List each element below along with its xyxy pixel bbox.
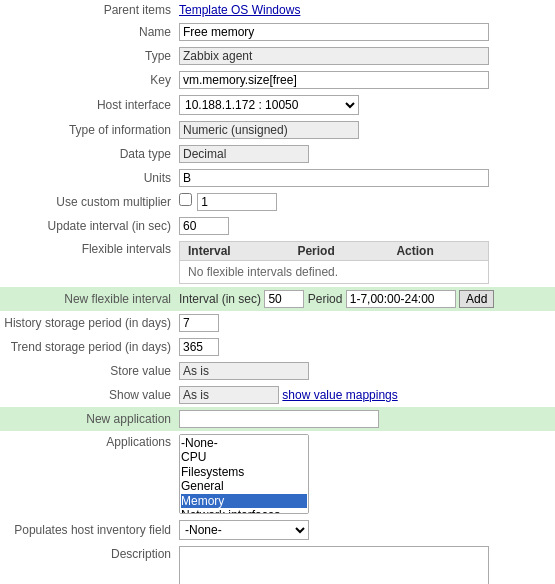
show-value-value: As is <box>179 386 279 404</box>
data-type-value: Decimal <box>179 145 309 163</box>
show-value-mappings-link[interactable]: show value mappings <box>282 388 397 402</box>
applications-label: Applications <box>0 431 175 517</box>
type-of-information-value: Numeric (unsigned) <box>179 121 359 139</box>
populates-label: Populates host inventory field <box>0 517 175 543</box>
period-label: Period <box>308 292 343 306</box>
data-type-label: Data type <box>0 142 175 166</box>
description-label: Description <box>0 543 175 584</box>
interval-col-header: Interval <box>180 242 290 261</box>
update-interval-label: Update interval (in sec) <box>0 214 175 238</box>
populates-select[interactable]: -None- <box>179 520 309 540</box>
add-interval-button[interactable]: Add <box>459 290 494 308</box>
history-label: History storage period (in days) <box>0 311 175 335</box>
custom-multiplier-input[interactable] <box>197 193 277 211</box>
period-input[interactable] <box>346 290 456 308</box>
new-application-label: New application <box>0 407 175 431</box>
units-label: Units <box>0 166 175 190</box>
trend-label: Trend storage period (in days) <box>0 335 175 359</box>
host-interface-label: Host interface <box>0 92 175 118</box>
key-label: Key <box>0 68 175 92</box>
description-textarea[interactable] <box>179 546 489 584</box>
host-interface-select[interactable]: 10.188.1.172 : 10050 <box>179 95 359 115</box>
use-custom-multiplier-label: Use custom multiplier <box>0 190 175 214</box>
action-col-header: Action <box>388 242 488 261</box>
type-of-information-label: Type of information <box>0 118 175 142</box>
applications-select[interactable]: -None-CPUFilesystemsGeneralMemoryNetwork… <box>179 434 309 514</box>
period-col-header: Period <box>289 242 388 261</box>
type-value: Zabbix agent <box>179 47 489 65</box>
parent-items-label: Parent items <box>0 0 175 20</box>
trend-input[interactable] <box>179 338 219 356</box>
type-label: Type <box>0 44 175 68</box>
no-intervals-text: No flexible intervals defined. <box>180 261 489 284</box>
units-input[interactable] <box>179 169 489 187</box>
interval-sec-input[interactable] <box>264 290 304 308</box>
new-application-input[interactable] <box>179 410 379 428</box>
custom-multiplier-checkbox[interactable] <box>179 193 192 206</box>
show-value-label: Show value <box>0 383 175 407</box>
interval-in-sec-label: Interval (in sec) <box>179 292 261 306</box>
store-value-value: As is <box>179 362 309 380</box>
store-value-label: Store value <box>0 359 175 383</box>
name-input[interactable] <box>179 23 489 41</box>
history-input[interactable] <box>179 314 219 332</box>
flexible-intervals-label: Flexible intervals <box>0 238 175 287</box>
name-label: Name <box>0 20 175 44</box>
update-interval-input[interactable] <box>179 217 229 235</box>
parent-items-link[interactable]: Template OS Windows <box>179 3 300 17</box>
key-input[interactable] <box>179 71 489 89</box>
new-flexible-interval-label: New flexible interval <box>0 287 175 311</box>
